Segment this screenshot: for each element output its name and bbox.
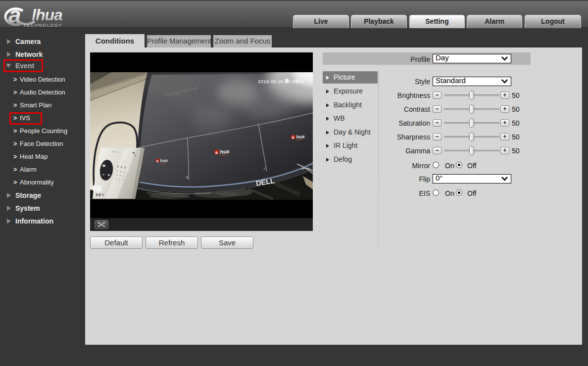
- svg-text:dahua: dahua: [112, 150, 119, 153]
- svg-text:hua: hua: [160, 158, 168, 163]
- svg-text:7: 7: [263, 167, 265, 171]
- svg-text:lhua: lhua: [32, 6, 62, 24]
- svg-text:hua: hua: [296, 134, 305, 139]
- svg-text:6: 6: [186, 176, 188, 179]
- svg-text:TECHNOLOGY: TECHNOLOGY: [23, 23, 63, 28]
- svg-text:a: a: [156, 159, 158, 162]
- svg-text:hua: hua: [220, 148, 230, 155]
